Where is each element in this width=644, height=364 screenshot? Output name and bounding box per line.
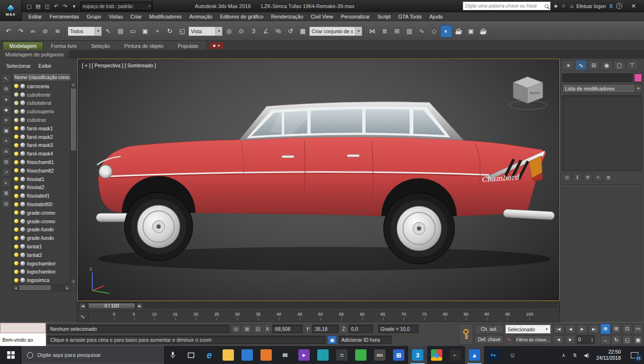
menu-item[interactable]: Editores de gráfico — [216, 14, 268, 19]
set-key-button[interactable]: Def. chave — [474, 335, 504, 344]
viewport-canvas[interactable]: [ + ] [ Perspectiva ] [ Sombreado ] — [78, 60, 559, 300]
start-button[interactable] — [0, 346, 22, 364]
menu-item[interactable]: Grupo — [83, 14, 105, 19]
schematic-view-icon[interactable]: ◇ — [428, 25, 440, 37]
menu-item[interactable]: Renderização — [267, 14, 307, 19]
x-coordinate-field[interactable]: 68,508 — [272, 325, 303, 333]
object-name-field[interactable] — [562, 73, 633, 82]
spinner-snap-icon[interactable]: ↺ — [285, 25, 296, 37]
taskbar-app-app-teal[interactable] — [313, 346, 332, 364]
scroll-left-icon[interactable]: ◀ — [13, 285, 18, 291]
visibility-bulb-icon[interactable] — [14, 261, 18, 265]
menu-item[interactable]: Editar — [25, 14, 46, 19]
visibility-bulb-icon[interactable] — [14, 109, 18, 114]
menu-item[interactable]: Modificadores — [145, 14, 185, 19]
list-item[interactable]: farol-mask3 — [13, 141, 70, 150]
reference-coordinate-dropdown[interactable]: Vista ▼ — [188, 27, 223, 36]
hidden-icons-icon[interactable]: ∧ — [558, 346, 569, 364]
menu-item[interactable]: Vistas — [105, 14, 127, 19]
visibility-bulb-icon[interactable] — [14, 143, 18, 147]
list-item[interactable]: grade-fundo — [13, 226, 70, 234]
open-file-icon[interactable]: ▤ — [34, 2, 43, 10]
search-input[interactable]: Digite uma palavra-chave ou frase — [463, 1, 551, 10]
new-file-icon[interactable]: ▢ — [25, 2, 34, 10]
list-item[interactable]: frisochamlt2 — [13, 166, 70, 175]
list-item[interactable]: grade-fundo — [13, 234, 70, 242]
task-view-icon[interactable] — [182, 346, 200, 364]
taskbar-app-file-explorer[interactable] — [219, 346, 238, 364]
rectangular-selection-region-icon[interactable]: ▭ — [127, 25, 139, 37]
scroll-right-icon[interactable]: ▶ — [64, 285, 70, 291]
make-unique-icon[interactable]: ∀ — [583, 173, 592, 182]
visibility-bulb-icon[interactable] — [14, 168, 18, 173]
rendered-frame-window-icon[interactable]: ▣ — [465, 25, 477, 37]
taskbar-app-photoshop[interactable]: Ps — [484, 346, 503, 364]
menu-item[interactable]: Animação — [186, 14, 216, 19]
bind-to-space-warp-icon[interactable]: ≋ — [52, 25, 63, 37]
visibility-bulb-icon[interactable] — [14, 177, 18, 181]
explorer-menu-item[interactable]: Selecionar — [3, 63, 34, 69]
list-item[interactable]: frisolat2 — [13, 183, 70, 192]
next-key-button[interactable]: ▶ — [565, 335, 576, 344]
visibility-bulb-icon[interactable] — [14, 236, 18, 240]
ribbon-tab[interactable]: Seleção — [85, 42, 117, 50]
zoom-extents-icon[interactable]: ⊡ — [622, 324, 632, 334]
visibility-bulb-icon[interactable] — [14, 245, 18, 249]
current-frame-spinner[interactable]: 0 ▲▼ — [577, 335, 595, 344]
visibility-bulb-icon[interactable] — [14, 228, 18, 232]
name-column-header[interactable]: Nome (classificação crescen — [13, 73, 70, 82]
display-lights-icon[interactable]: ☀ — [1, 116, 11, 125]
taskbar-app-photos[interactable]: ▲ — [465, 346, 484, 364]
select-and-rotate-icon[interactable]: ↻ — [164, 25, 176, 37]
material-editor-icon[interactable]: ◐ — [440, 25, 452, 37]
snap-toggle-3d-icon[interactable]: 3 — [248, 25, 259, 37]
taskbar-search-input[interactable]: Digite aqui para pesquisar — [22, 346, 164, 364]
scroll-up-icon[interactable]: ▲ — [71, 82, 76, 88]
undo-icon[interactable]: ↶ — [2, 25, 14, 37]
list-item[interactable]: lantat2 — [13, 251, 70, 259]
favorites-star-icon[interactable]: ☆ — [561, 3, 566, 9]
window-crossing-icon[interactable]: ▣ — [139, 25, 151, 37]
save-file-icon[interactable]: ◫ — [43, 2, 52, 10]
taskbar-app-mail[interactable]: ✉ — [276, 346, 295, 364]
render-setup-icon[interactable]: ☕ — [453, 25, 465, 37]
visibility-bulb-icon[interactable] — [14, 278, 18, 282]
tab-utilities[interactable]: ⊤ — [626, 60, 638, 70]
previous-frame-icon[interactable]: ◀ — [80, 303, 86, 309]
ribbon-tab[interactable]: Modelagem — [3, 42, 43, 50]
network-icon[interactable]: ⇅ — [569, 346, 581, 364]
display-cameras-icon[interactable]: ▣ — [1, 126, 11, 135]
tab-modify[interactable]: ∿ — [575, 60, 587, 70]
select-and-link-icon[interactable]: ∞ — [27, 25, 39, 37]
menu-item[interactable]: Criar — [126, 14, 145, 19]
ribbon-tab[interactable]: Forma livre — [44, 42, 83, 50]
auto-key-button[interactable]: Ch. aut. — [474, 325, 504, 334]
absolute-mode-icon[interactable]: ⊡ — [253, 325, 262, 333]
time-slider-handle[interactable]: 0 / 100 — [88, 303, 135, 309]
named-selection-sets-combo[interactable]: Criar conjunto de s ▼ — [309, 27, 362, 36]
render-production-icon[interactable]: ☕ — [477, 25, 489, 37]
select-object-icon[interactable]: ↖ — [102, 25, 114, 37]
select-and-move-icon[interactable]: + — [152, 25, 163, 37]
menu-item[interactable]: Script — [374, 14, 394, 19]
menu-item[interactable]: Civil View — [307, 14, 337, 19]
modifier-stack[interactable] — [562, 95, 642, 171]
list-item[interactable]: cubolateral — [13, 99, 70, 108]
car-model[interactable]: Chambord — [78, 60, 559, 300]
menu-item[interactable]: Ajuda — [426, 14, 447, 19]
previous-frame-button[interactable]: ◀ — [565, 325, 576, 334]
zoom-all-icon[interactable]: ⊞ — [611, 324, 621, 334]
volume-icon[interactable]: ◀) — [581, 346, 592, 364]
menu-item[interactable]: Personalizar — [337, 14, 374, 19]
show-end-result-icon[interactable]: ‖ — [572, 173, 582, 182]
maximize-viewport-icon[interactable]: ▣ — [633, 335, 643, 346]
scrollbar-thumb[interactable] — [19, 285, 51, 290]
workspace-selector[interactable]: espaço de trab.: padrão ▾ — [80, 2, 152, 10]
lock-explorer-icon[interactable]: ⊠ — [1, 189, 11, 198]
field-of-view-icon[interactable]: ◱ — [622, 335, 632, 346]
edit-named-selection-sets-icon[interactable]: ▦ — [297, 25, 309, 37]
visibility-bulb-icon[interactable] — [14, 126, 18, 130]
list-item[interactable]: carroceria — [13, 82, 70, 91]
align-icon[interactable]: ≣ — [379, 25, 391, 37]
go-to-end-button[interactable]: ▶| — [589, 325, 599, 334]
